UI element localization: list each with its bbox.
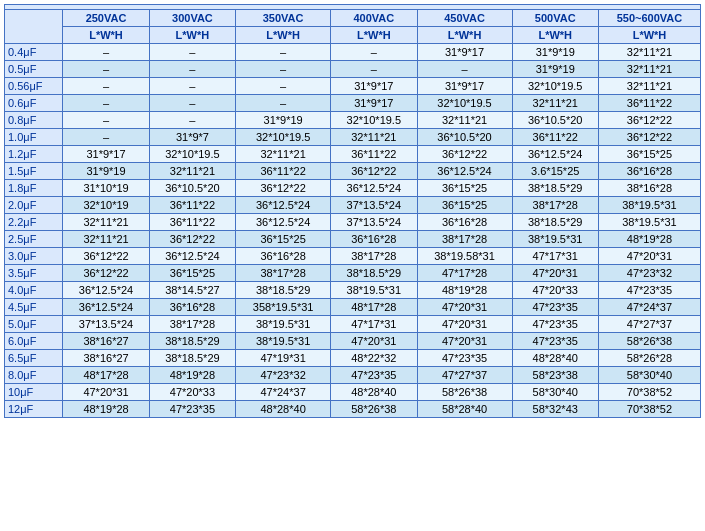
table-row: 12μF48*19*2847*23*3548*28*4058*26*3858*2… <box>5 401 701 418</box>
dimension-value: – <box>149 78 235 95</box>
dimension-value: 32*10*19.5 <box>236 129 331 146</box>
dimension-value: 47*20*31 <box>417 316 512 333</box>
dimension-value: 47*23*35 <box>598 282 700 299</box>
dimension-value: – <box>149 61 235 78</box>
dimension-value: 58*26*28 <box>598 350 700 367</box>
dimension-value: 36*12.5*24 <box>236 214 331 231</box>
cap-value: 5.0μF <box>5 316 63 333</box>
dimension-value: 36*11*22 <box>149 214 235 231</box>
dimension-value: 36*15*25 <box>598 146 700 163</box>
dimension-value: 47*17*31 <box>331 316 417 333</box>
dimension-value: 58*26*38 <box>598 333 700 350</box>
voltage-header: 250VAC <box>63 10 149 27</box>
dimension-value: 36*16*28 <box>236 248 331 265</box>
cap-value: 2.0μF <box>5 197 63 214</box>
dimension-value: 38*18.5*29 <box>236 282 331 299</box>
voltage-header: 400VAC <box>331 10 417 27</box>
dimension-value: 47*23*32 <box>598 265 700 282</box>
voltage-header: 550~600VAC <box>598 10 700 27</box>
dimension-value: 47*23*32 <box>236 367 331 384</box>
table-row: 3.0μF36*12*2236*12.5*2436*16*2838*17*283… <box>5 248 701 265</box>
dimension-value: 37*13.5*24 <box>331 197 417 214</box>
cap-value: 3.0μF <box>5 248 63 265</box>
dimension-value: 32*10*19.5 <box>331 112 417 129</box>
table-row: 6.5μF38*16*2738*18.5*2947*19*3148*22*324… <box>5 350 701 367</box>
dimension-value: – <box>63 78 149 95</box>
dimension-value: 31*9*19 <box>512 61 598 78</box>
table-row: 0.5μF–––––31*9*1932*11*21 <box>5 61 701 78</box>
table-row: 0.4μF––––31*9*1731*9*1932*11*21 <box>5 44 701 61</box>
dimension-value: 48*17*28 <box>331 299 417 316</box>
dimension-value: 48*22*32 <box>331 350 417 367</box>
dimension-value: 36*12.5*24 <box>63 299 149 316</box>
lwh-header: L*W*H <box>63 27 149 44</box>
dimension-value: 32*11*21 <box>63 214 149 231</box>
dimension-value: – <box>236 95 331 112</box>
dimension-value: 37*13.5*24 <box>63 316 149 333</box>
dimension-value: 36*12.5*24 <box>331 180 417 197</box>
table-row: 1.5μF31*9*1932*11*2136*11*2236*12*2236*1… <box>5 163 701 180</box>
dimension-value: 32*11*21 <box>331 129 417 146</box>
dimension-value: 36*15*25 <box>417 180 512 197</box>
dimension-value: 31*9*19 <box>512 44 598 61</box>
cap-value: 2.2μF <box>5 214 63 231</box>
dimension-value: 37*13.5*24 <box>331 214 417 231</box>
dimension-value: 32*10*19.5 <box>417 95 512 112</box>
dimension-value: 47*23*35 <box>512 316 598 333</box>
dimension-value: – <box>236 78 331 95</box>
voltage-header: 500VAC <box>512 10 598 27</box>
dimension-value: 36*16*28 <box>149 299 235 316</box>
dimension-value: 38*14.5*27 <box>149 282 235 299</box>
table-row: 2.0μF32*10*1936*11*2236*12.5*2437*13.5*2… <box>5 197 701 214</box>
voltage-header: 300VAC <box>149 10 235 27</box>
dimension-value: 58*23*38 <box>512 367 598 384</box>
dimension-value: 47*27*37 <box>598 316 700 333</box>
dimension-value: 38*18.5*29 <box>512 214 598 231</box>
dimension-value: 31*9*17 <box>331 78 417 95</box>
dimension-value: 38*17*28 <box>149 316 235 333</box>
dimension-value: 38*19.5*31 <box>236 333 331 350</box>
dimension-value: 38*19.5*31 <box>512 231 598 248</box>
dimension-value: 47*17*31 <box>512 248 598 265</box>
dimension-value: 36*11*22 <box>149 197 235 214</box>
dimension-value: 32*11*21 <box>417 112 512 129</box>
dimension-value: 47*20*31 <box>417 299 512 316</box>
table-row: 10μF47*20*3147*20*3347*24*3748*28*4058*2… <box>5 384 701 401</box>
lwh-header: L*W*H <box>149 27 235 44</box>
dimension-value: 47*23*35 <box>417 350 512 367</box>
dimension-value: 47*23*35 <box>512 299 598 316</box>
table-row: 2.2μF32*11*2136*11*2236*12.5*2437*13.5*2… <box>5 214 701 231</box>
dimension-value: 47*20*31 <box>63 384 149 401</box>
dimension-value: 31*9*19 <box>236 112 331 129</box>
table-row: 1.0μF–31*9*732*10*19.532*11*2136*10.5*20… <box>5 129 701 146</box>
dimension-value: 36*12.5*24 <box>512 146 598 163</box>
cap-value: 0.6μF <box>5 95 63 112</box>
lwh-header: L*W*H <box>417 27 512 44</box>
specs-table: 250VAC300VAC350VAC400VAC450VAC500VAC550~… <box>4 4 701 418</box>
dimension-value: 38*16*27 <box>63 350 149 367</box>
dimension-value: 38*17*28 <box>417 231 512 248</box>
dimension-value: 31*9*17 <box>331 95 417 112</box>
table-row: 1.2μF31*9*1732*10*19.532*11*2136*11*2236… <box>5 146 701 163</box>
dimension-value: 47*20*31 <box>512 265 598 282</box>
dimension-value: 36*10.5*20 <box>149 180 235 197</box>
dimension-value: 36*11*22 <box>236 163 331 180</box>
dimension-value: 36*12*22 <box>598 112 700 129</box>
dimension-value: 36*12.5*24 <box>63 282 149 299</box>
dimension-value: 36*11*22 <box>512 129 598 146</box>
cap-value: 4.5μF <box>5 299 63 316</box>
dimension-value: 47*20*31 <box>417 333 512 350</box>
voltage-header: 450VAC <box>417 10 512 27</box>
dimension-value: 36*12*22 <box>598 129 700 146</box>
dimension-value: 3.6*15*25 <box>512 163 598 180</box>
dimension-value: 47*23*35 <box>149 401 235 418</box>
cap-value: 0.4μF <box>5 44 63 61</box>
dimension-value: 31*9*19 <box>63 163 149 180</box>
cap-value: 6.5μF <box>5 350 63 367</box>
dimension-value: – <box>63 112 149 129</box>
dimension-value: 58*28*40 <box>417 401 512 418</box>
table-row: 2.5μF32*11*2136*12*2236*15*2536*16*2838*… <box>5 231 701 248</box>
dimension-value: 31*10*19 <box>63 180 149 197</box>
dimension-value: 38*18.5*29 <box>149 350 235 367</box>
rated-cap-header <box>5 10 63 44</box>
